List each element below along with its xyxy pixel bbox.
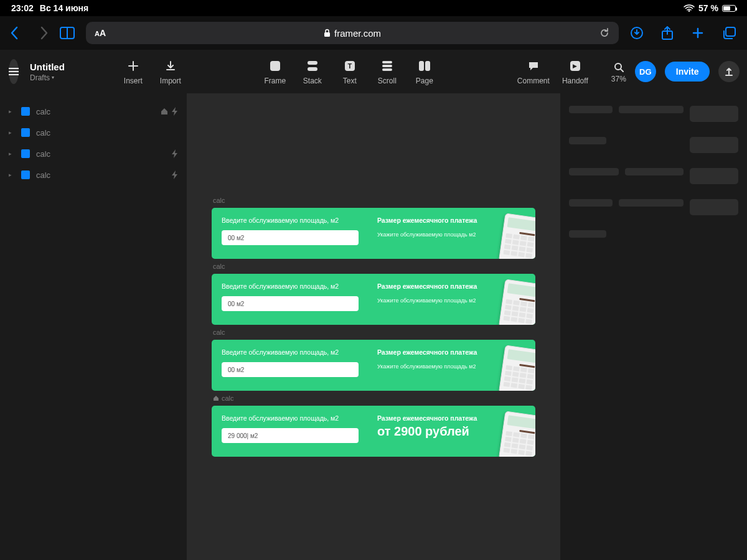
tool-frame[interactable]: Frame (256, 58, 294, 85)
upload-button[interactable] (718, 61, 740, 82)
frame-layer-icon (21, 170, 30, 179)
layer-row[interactable]: ▸calc (0, 164, 187, 185)
svg-rect-10 (382, 68, 392, 71)
invite-button[interactable]: Invite (665, 62, 710, 82)
reload-icon[interactable] (599, 27, 610, 39)
chevron-down-icon: ▾ (52, 75, 54, 80)
status-time: 23:02 (11, 3, 34, 13)
calc-frame[interactable]: Введите обслуживаемую площадь, м200 м2Ра… (212, 340, 535, 391)
area-input[interactable]: 00 м2 (222, 230, 359, 245)
bolt-icon (172, 170, 178, 179)
svg-rect-5 (726, 27, 735, 36)
expand-arrow-icon[interactable]: ▸ (9, 151, 17, 157)
bookmarks-icon[interactable] (60, 27, 75, 39)
tool-scroll[interactable]: Scroll (369, 58, 406, 85)
user-avatar[interactable]: DG (635, 61, 656, 82)
home-icon (161, 108, 168, 115)
layer-row[interactable]: ▸calc (0, 122, 187, 143)
area-input[interactable]: 00 м2 (222, 296, 359, 311)
frame-label[interactable]: calc (213, 394, 534, 402)
area-label: Введите обслуживаемую площадь, м2 (222, 414, 359, 422)
lock-icon (324, 29, 331, 37)
payment-label: Размер ежемесячного платежа (377, 217, 477, 224)
layer-name: calc (36, 128, 178, 138)
tool-text[interactable]: TText (331, 58, 369, 85)
plus-icon (115, 58, 152, 74)
scroll-icon (369, 58, 406, 74)
frame-label[interactable]: calc (213, 329, 534, 336)
svg-rect-7 (308, 67, 317, 71)
tool-handoff[interactable]: ▶Handoff (557, 58, 594, 85)
frame-label[interactable]: calc (213, 263, 534, 270)
search-icon (611, 60, 626, 75)
calc-frame[interactable]: Введите обслуживаемую площадь, м229 000|… (212, 406, 535, 457)
status-date: Вс 14 июня (40, 3, 88, 13)
document-title: Untitled (30, 62, 65, 72)
home-icon (213, 395, 219, 401)
payment-result: от 2900 рублей (377, 424, 477, 439)
battery-percent: 57 % (698, 3, 718, 13)
text-icon: T (331, 58, 369, 74)
wifi-icon (684, 4, 695, 12)
calculator-image (502, 281, 535, 325)
document-location: Drafts (30, 73, 50, 82)
tool-import[interactable]: Import (152, 58, 189, 85)
address-bar[interactable]: AA framer.com (86, 22, 619, 44)
stack-icon (294, 58, 331, 74)
area-label: Введите обслуживаемую площадь, м2 (222, 217, 359, 224)
frame-layer-icon (21, 107, 30, 116)
layer-row[interactable]: ▸calc (0, 143, 187, 164)
share-icon[interactable] (661, 26, 674, 40)
expand-arrow-icon[interactable]: ▸ (9, 172, 17, 178)
tool-insert[interactable]: Insert (115, 58, 152, 85)
new-tab-icon[interactable] (691, 26, 705, 40)
comment-icon (510, 58, 557, 74)
svg-rect-9 (382, 65, 392, 67)
tool-comment[interactable]: Comment (510, 58, 557, 85)
layer-name: calc (36, 149, 168, 159)
import-icon (152, 58, 189, 74)
framer-toolbar: Untitled Drafts▾ Insert Import Frame Sta… (0, 50, 747, 93)
area-label: Введите обслуживаемую площадь, м2 (222, 282, 359, 290)
layer-name: calc (36, 170, 168, 180)
downloads-icon[interactable] (630, 26, 644, 40)
tool-stack[interactable]: Stack (294, 58, 331, 85)
payment-label: Размер ежемесячного платежа (377, 414, 477, 422)
menu-button[interactable] (9, 59, 19, 84)
calc-frame[interactable]: Введите обслуживаемую площадь, м200 м2Ра… (212, 208, 535, 259)
safari-toolbar: AA framer.com (0, 16, 747, 50)
handoff-icon: ▶ (557, 58, 594, 74)
expand-arrow-icon[interactable]: ▸ (9, 108, 17, 114)
battery-icon (722, 5, 736, 12)
forward-button[interactable] (40, 26, 49, 40)
bolt-icon (172, 149, 178, 158)
calculator-image (502, 347, 535, 391)
url-text: framer.com (334, 28, 381, 39)
area-input[interactable]: 00 м2 (222, 362, 359, 377)
back-button[interactable] (10, 26, 19, 40)
layer-name: calc (36, 107, 157, 116)
frame-label[interactable]: calc (213, 197, 534, 204)
zoom-control[interactable]: 37% (611, 60, 626, 83)
area-input[interactable]: 29 000| м2 (222, 428, 359, 443)
tabs-icon[interactable] (722, 26, 737, 40)
svg-rect-11 (419, 61, 424, 71)
calculator-image (502, 215, 535, 259)
layers-panel: ▸calc▸calc▸calc▸calc (0, 93, 187, 560)
reader-aa-icon[interactable]: AA (95, 28, 106, 38)
frame-layer-icon (21, 128, 30, 137)
expand-arrow-icon[interactable]: ▸ (9, 129, 17, 136)
canvas[interactable]: calcВведите обслуживаемую площадь, м200 … (187, 93, 560, 560)
layer-row[interactable]: ▸calc (0, 101, 187, 122)
payment-hint: Укажите обслуживаемую площадь м2 (377, 363, 477, 370)
frame-icon (256, 58, 294, 74)
frame-layer-icon (21, 149, 30, 158)
calc-frame[interactable]: Введите обслуживаемую площадь, м200 м2Ра… (212, 274, 535, 325)
bolt-icon (172, 107, 178, 116)
payment-hint: Укажите обслуживаемую площадь м2 (377, 297, 477, 304)
document-title-block[interactable]: Untitled Drafts▾ (30, 62, 65, 82)
tool-page[interactable]: Page (406, 58, 443, 85)
properties-panel (560, 93, 747, 560)
svg-rect-12 (425, 61, 430, 71)
svg-rect-6 (308, 61, 317, 65)
